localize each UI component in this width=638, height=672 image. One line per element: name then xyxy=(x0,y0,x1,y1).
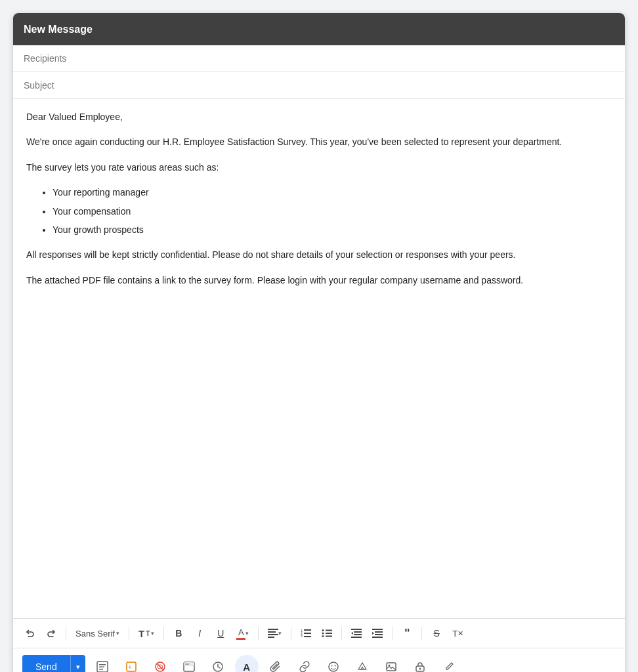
font-family-arrow: ▾ xyxy=(116,630,119,637)
svg-rect-27 xyxy=(99,669,103,670)
paragraph1: We're once again conducting our H.R. Emp… xyxy=(26,135,612,149)
font-family-button[interactable]: Sans Serif ▾ xyxy=(72,626,123,641)
separator xyxy=(291,627,291,640)
svg-rect-42 xyxy=(387,663,396,671)
text-highlight-button[interactable]: A xyxy=(235,655,259,672)
compose-window: New Message Dear Valued Employee, We're … xyxy=(13,13,625,672)
bold-label: B xyxy=(175,628,182,639)
send-button[interactable]: Send xyxy=(22,655,70,672)
formatting-toggle-button[interactable] xyxy=(91,655,114,672)
svg-point-45 xyxy=(419,668,421,670)
pen-button[interactable] xyxy=(437,655,461,672)
compose-header: New Message xyxy=(13,13,625,45)
font-size-sub: T xyxy=(146,630,150,637)
svg-rect-22 xyxy=(375,634,383,635)
paragraph3: All responses will be kept strictly conf… xyxy=(26,247,612,262)
svg-point-39 xyxy=(329,662,338,671)
compose-title: New Message xyxy=(24,24,93,35)
font-size-button[interactable]: T T ▾ xyxy=(135,624,158,642)
google-drive-button[interactable] xyxy=(351,655,374,672)
italic-button[interactable]: I xyxy=(190,624,209,642)
svg-rect-25 xyxy=(99,664,106,665)
send-dropdown-arrow: ▾ xyxy=(76,663,80,671)
clear-format-label: T xyxy=(452,629,457,639)
lock-button[interactable] xyxy=(408,655,432,672)
font-size-arrow: ▾ xyxy=(151,630,154,637)
blockquote-button[interactable]: " xyxy=(398,624,416,642)
svg-rect-17 xyxy=(354,631,362,633)
underline-container: U xyxy=(217,628,224,639)
separator xyxy=(66,627,66,640)
compose-body[interactable]: Dear Valued Employee, We're once again c… xyxy=(13,99,625,618)
font-family-label: Sans Serif xyxy=(75,629,115,639)
svg-point-40 xyxy=(331,665,332,667)
svg-line-38 xyxy=(218,667,220,668)
text-color-container: A xyxy=(236,627,245,640)
send-btn-group: Send ▾ xyxy=(22,655,85,672)
list-item: Your growth prospects xyxy=(53,222,612,237)
insert-link-button[interactable] xyxy=(293,655,316,672)
svg-rect-16 xyxy=(351,629,362,630)
subject-input[interactable] xyxy=(24,80,614,91)
bold-button[interactable]: B xyxy=(169,624,188,642)
signature-button[interactable] xyxy=(177,655,201,672)
svg-rect-5 xyxy=(304,629,311,631)
paragraph4: The attached PDF file contains a link to… xyxy=(26,273,612,287)
confidential-button[interactable] xyxy=(148,655,172,672)
formatting-toolbar: Sans Serif ▾ T T ▾ B I U A xyxy=(13,618,625,648)
separator xyxy=(163,627,164,640)
undo-button[interactable] xyxy=(21,624,39,642)
list-item: Your compensation xyxy=(53,204,612,219)
align-button[interactable]: ▾ xyxy=(264,624,286,642)
bullet-list-button[interactable] xyxy=(318,624,336,642)
underline-label: U xyxy=(217,628,224,639)
svg-rect-35 xyxy=(185,663,189,665)
recipients-field xyxy=(13,45,625,72)
svg-rect-11 xyxy=(326,630,332,631)
text-color-label: A xyxy=(238,627,244,637)
increase-indent-button[interactable] xyxy=(368,624,387,642)
font-size-label: T xyxy=(138,628,144,639)
svg-rect-9 xyxy=(304,636,311,637)
svg-point-10 xyxy=(322,629,324,631)
svg-rect-21 xyxy=(375,631,383,633)
svg-point-14 xyxy=(322,635,324,637)
svg-rect-18 xyxy=(354,634,362,635)
text-highlight-label: A xyxy=(243,662,250,673)
color-bar xyxy=(236,638,245,640)
svg-rect-13 xyxy=(326,633,332,634)
svg-rect-3 xyxy=(268,637,274,638)
text-color-button[interactable]: A ▾ xyxy=(232,624,253,642)
greeting: Dear Valued Employee, xyxy=(26,110,612,124)
bottom-bar: Send ▾ + A xyxy=(13,648,625,672)
svg-text:3.: 3. xyxy=(301,634,303,638)
svg-rect-19 xyxy=(351,637,362,638)
decrease-indent-button[interactable] xyxy=(347,624,366,642)
clear-format-button[interactable]: T ✕ xyxy=(448,624,467,642)
schedule-send-button[interactable] xyxy=(206,655,230,672)
svg-rect-7 xyxy=(304,633,311,634)
emoji-button[interactable] xyxy=(322,655,345,672)
svg-rect-15 xyxy=(326,636,332,637)
list-item: Your reporting manager xyxy=(53,185,612,200)
separator xyxy=(421,627,422,640)
attach-file-button[interactable] xyxy=(264,655,287,672)
align-arrow: ▾ xyxy=(278,630,282,637)
svg-rect-1 xyxy=(268,631,276,633)
svg-text:+: + xyxy=(128,663,132,671)
svg-point-12 xyxy=(322,633,324,635)
svg-rect-26 xyxy=(99,667,104,668)
svg-point-41 xyxy=(334,665,335,667)
send-dropdown-button[interactable]: ▾ xyxy=(70,655,85,672)
redo-button[interactable] xyxy=(42,624,60,642)
quote-label: " xyxy=(404,627,410,640)
strikethrough-button[interactable]: S xyxy=(427,624,446,642)
separator xyxy=(392,627,393,640)
insert-photo-button[interactable] xyxy=(379,655,403,672)
separator xyxy=(258,627,259,640)
insert-snippet-button[interactable]: + xyxy=(119,655,143,672)
numbered-list-button[interactable]: 1. 2. 3. xyxy=(297,624,315,642)
separator xyxy=(129,627,129,640)
underline-button[interactable]: U xyxy=(211,624,230,642)
recipients-input[interactable] xyxy=(24,53,614,64)
